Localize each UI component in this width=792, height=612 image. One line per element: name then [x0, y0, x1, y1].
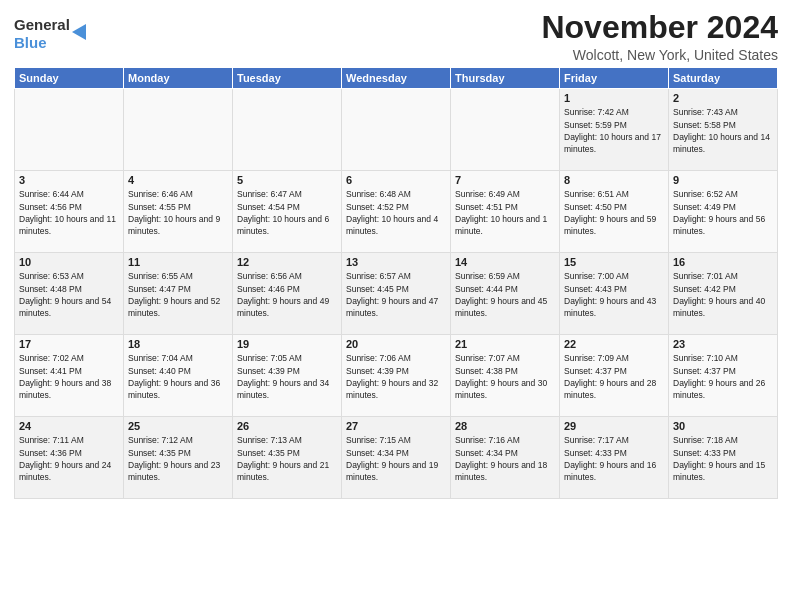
day-number: 27 [346, 420, 446, 432]
day-number: 2 [673, 92, 773, 104]
calendar-cell [451, 89, 560, 171]
header-wednesday: Wednesday [342, 68, 451, 89]
day-number: 6 [346, 174, 446, 186]
day-number: 29 [564, 420, 664, 432]
calendar-cell: 16Sunrise: 7:01 AM Sunset: 4:42 PM Dayli… [669, 253, 778, 335]
day-info: Sunrise: 7:13 AM Sunset: 4:35 PM Dayligh… [237, 434, 337, 483]
day-info: Sunrise: 7:04 AM Sunset: 4:40 PM Dayligh… [128, 352, 228, 401]
day-info: Sunrise: 7:15 AM Sunset: 4:34 PM Dayligh… [346, 434, 446, 483]
svg-text:General: General [14, 16, 70, 33]
day-number: 21 [455, 338, 555, 350]
day-number: 7 [455, 174, 555, 186]
logo-svg: General Blue [14, 10, 104, 54]
day-number: 24 [19, 420, 119, 432]
calendar-week-1: 3Sunrise: 6:44 AM Sunset: 4:56 PM Daylig… [15, 171, 778, 253]
day-info: Sunrise: 6:57 AM Sunset: 4:45 PM Dayligh… [346, 270, 446, 319]
calendar-cell: 21Sunrise: 7:07 AM Sunset: 4:38 PM Dayli… [451, 335, 560, 417]
calendar-cell: 6Sunrise: 6:48 AM Sunset: 4:52 PM Daylig… [342, 171, 451, 253]
calendar-cell: 19Sunrise: 7:05 AM Sunset: 4:39 PM Dayli… [233, 335, 342, 417]
day-info: Sunrise: 6:59 AM Sunset: 4:44 PM Dayligh… [455, 270, 555, 319]
title-area: November 2024 Wolcott, New York, United … [541, 10, 778, 63]
header-tuesday: Tuesday [233, 68, 342, 89]
day-number: 28 [455, 420, 555, 432]
day-number: 11 [128, 256, 228, 268]
calendar-cell: 18Sunrise: 7:04 AM Sunset: 4:40 PM Dayli… [124, 335, 233, 417]
calendar-cell: 1Sunrise: 7:42 AM Sunset: 5:59 PM Daylig… [560, 89, 669, 171]
calendar-cell: 26Sunrise: 7:13 AM Sunset: 4:35 PM Dayli… [233, 417, 342, 499]
day-info: Sunrise: 7:43 AM Sunset: 5:58 PM Dayligh… [673, 106, 773, 155]
day-number: 10 [19, 256, 119, 268]
day-info: Sunrise: 7:02 AM Sunset: 4:41 PM Dayligh… [19, 352, 119, 401]
calendar-cell: 7Sunrise: 6:49 AM Sunset: 4:51 PM Daylig… [451, 171, 560, 253]
day-number: 20 [346, 338, 446, 350]
day-info: Sunrise: 7:01 AM Sunset: 4:42 PM Dayligh… [673, 270, 773, 319]
day-number: 19 [237, 338, 337, 350]
calendar-week-4: 24Sunrise: 7:11 AM Sunset: 4:36 PM Dayli… [15, 417, 778, 499]
day-number: 23 [673, 338, 773, 350]
day-info: Sunrise: 6:53 AM Sunset: 4:48 PM Dayligh… [19, 270, 119, 319]
day-number: 13 [346, 256, 446, 268]
calendar-cell: 22Sunrise: 7:09 AM Sunset: 4:37 PM Dayli… [560, 335, 669, 417]
calendar-cell [233, 89, 342, 171]
calendar-cell: 30Sunrise: 7:18 AM Sunset: 4:33 PM Dayli… [669, 417, 778, 499]
calendar-cell [124, 89, 233, 171]
day-number: 12 [237, 256, 337, 268]
header-friday: Friday [560, 68, 669, 89]
svg-marker-1 [72, 24, 86, 40]
day-info: Sunrise: 7:10 AM Sunset: 4:37 PM Dayligh… [673, 352, 773, 401]
day-info: Sunrise: 6:48 AM Sunset: 4:52 PM Dayligh… [346, 188, 446, 237]
day-number: 3 [19, 174, 119, 186]
calendar-cell: 8Sunrise: 6:51 AM Sunset: 4:50 PM Daylig… [560, 171, 669, 253]
day-info: Sunrise: 6:49 AM Sunset: 4:51 PM Dayligh… [455, 188, 555, 237]
day-info: Sunrise: 7:00 AM Sunset: 4:43 PM Dayligh… [564, 270, 664, 319]
calendar-cell: 9Sunrise: 6:52 AM Sunset: 4:49 PM Daylig… [669, 171, 778, 253]
header-thursday: Thursday [451, 68, 560, 89]
calendar-cell: 17Sunrise: 7:02 AM Sunset: 4:41 PM Dayli… [15, 335, 124, 417]
day-info: Sunrise: 6:46 AM Sunset: 4:55 PM Dayligh… [128, 188, 228, 237]
day-number: 9 [673, 174, 773, 186]
calendar-cell: 11Sunrise: 6:55 AM Sunset: 4:47 PM Dayli… [124, 253, 233, 335]
day-number: 30 [673, 420, 773, 432]
location: Wolcott, New York, United States [541, 47, 778, 63]
day-number: 17 [19, 338, 119, 350]
calendar-cell [342, 89, 451, 171]
svg-text:Blue: Blue [14, 34, 47, 51]
day-info: Sunrise: 6:55 AM Sunset: 4:47 PM Dayligh… [128, 270, 228, 319]
day-info: Sunrise: 6:56 AM Sunset: 4:46 PM Dayligh… [237, 270, 337, 319]
calendar-cell: 15Sunrise: 7:00 AM Sunset: 4:43 PM Dayli… [560, 253, 669, 335]
day-info: Sunrise: 7:05 AM Sunset: 4:39 PM Dayligh… [237, 352, 337, 401]
header-saturday: Saturday [669, 68, 778, 89]
day-number: 26 [237, 420, 337, 432]
calendar-cell [15, 89, 124, 171]
calendar-cell: 10Sunrise: 6:53 AM Sunset: 4:48 PM Dayli… [15, 253, 124, 335]
calendar-cell: 20Sunrise: 7:06 AM Sunset: 4:39 PM Dayli… [342, 335, 451, 417]
day-number: 15 [564, 256, 664, 268]
day-info: Sunrise: 7:07 AM Sunset: 4:38 PM Dayligh… [455, 352, 555, 401]
day-info: Sunrise: 6:47 AM Sunset: 4:54 PM Dayligh… [237, 188, 337, 237]
calendar-cell: 4Sunrise: 6:46 AM Sunset: 4:55 PM Daylig… [124, 171, 233, 253]
header: General Blue November 2024 Wolcott, New … [14, 10, 778, 63]
calendar-cell: 3Sunrise: 6:44 AM Sunset: 4:56 PM Daylig… [15, 171, 124, 253]
calendar-week-2: 10Sunrise: 6:53 AM Sunset: 4:48 PM Dayli… [15, 253, 778, 335]
calendar-table: Sunday Monday Tuesday Wednesday Thursday… [14, 67, 778, 499]
calendar-container: General Blue November 2024 Wolcott, New … [0, 0, 792, 509]
day-number: 18 [128, 338, 228, 350]
calendar-week-0: 1Sunrise: 7:42 AM Sunset: 5:59 PM Daylig… [15, 89, 778, 171]
day-number: 16 [673, 256, 773, 268]
day-info: Sunrise: 7:12 AM Sunset: 4:35 PM Dayligh… [128, 434, 228, 483]
day-info: Sunrise: 6:52 AM Sunset: 4:49 PM Dayligh… [673, 188, 773, 237]
day-number: 8 [564, 174, 664, 186]
day-info: Sunrise: 7:06 AM Sunset: 4:39 PM Dayligh… [346, 352, 446, 401]
calendar-cell: 27Sunrise: 7:15 AM Sunset: 4:34 PM Dayli… [342, 417, 451, 499]
calendar-cell: 29Sunrise: 7:17 AM Sunset: 4:33 PM Dayli… [560, 417, 669, 499]
calendar-cell: 23Sunrise: 7:10 AM Sunset: 4:37 PM Dayli… [669, 335, 778, 417]
month-title: November 2024 [541, 10, 778, 45]
calendar-cell: 14Sunrise: 6:59 AM Sunset: 4:44 PM Dayli… [451, 253, 560, 335]
day-number: 22 [564, 338, 664, 350]
day-number: 5 [237, 174, 337, 186]
day-info: Sunrise: 7:17 AM Sunset: 4:33 PM Dayligh… [564, 434, 664, 483]
weekday-header-row: Sunday Monday Tuesday Wednesday Thursday… [15, 68, 778, 89]
calendar-cell: 24Sunrise: 7:11 AM Sunset: 4:36 PM Dayli… [15, 417, 124, 499]
day-info: Sunrise: 7:42 AM Sunset: 5:59 PM Dayligh… [564, 106, 664, 155]
header-monday: Monday [124, 68, 233, 89]
